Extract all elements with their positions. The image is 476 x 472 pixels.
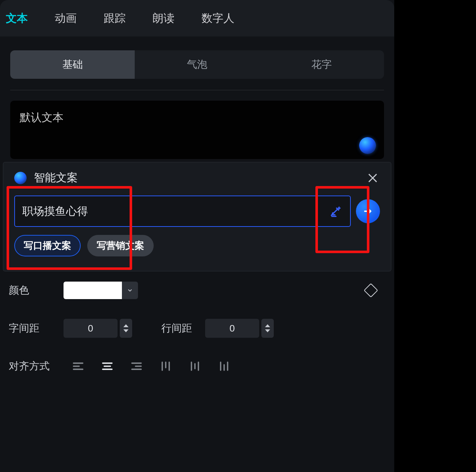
- sub-tab-bar: 基础 气泡 花字: [10, 50, 384, 79]
- top-tab-bar: 文本 动画 跟踪 朗读 数字人: [0, 0, 394, 36]
- line-spacing-label: 行间距: [161, 321, 205, 335]
- submit-button[interactable]: [356, 199, 380, 223]
- ai-orb-icon[interactable]: [359, 137, 376, 154]
- prompt-input-wrap: [14, 196, 351, 227]
- align-v-bottom-icon[interactable]: [210, 357, 239, 375]
- align-center-icon[interactable]: [93, 357, 122, 375]
- prompt-input[interactable]: [22, 205, 325, 217]
- tab-animation[interactable]: 动画: [53, 7, 79, 30]
- tab-track[interactable]: 跟踪: [101, 7, 128, 30]
- line-spacing-value[interactable]: 0: [205, 319, 259, 338]
- letter-spacing-stepper[interactable]: [120, 319, 132, 338]
- letter-spacing-label: 字间距: [9, 321, 64, 335]
- chip-marketing[interactable]: 写营销文案: [87, 235, 154, 256]
- align-label: 对齐方式: [9, 359, 64, 373]
- smart-copy-popup: 智能文案: [3, 162, 391, 271]
- color-swatch[interactable]: [64, 282, 122, 299]
- ai-orb-small-icon: [14, 172, 27, 184]
- close-icon[interactable]: [365, 171, 380, 185]
- subtab-bubble[interactable]: 气泡: [135, 50, 259, 79]
- align-right-icon[interactable]: [122, 357, 151, 375]
- text-content-box[interactable]: 默认文本: [10, 101, 384, 159]
- color-row: 颜色: [9, 282, 385, 299]
- align-row: 对齐方式: [9, 357, 385, 375]
- chip-script[interactable]: 写口播文案: [14, 235, 81, 256]
- color-label: 颜色: [9, 283, 64, 297]
- keyframe-diamond-icon[interactable]: [364, 283, 378, 298]
- divider: [10, 90, 384, 90]
- tab-avatar[interactable]: 数字人: [199, 7, 237, 30]
- popup-title: 智能文案: [34, 170, 78, 185]
- align-v-center-icon[interactable]: [180, 357, 210, 375]
- align-v-top-icon[interactable]: [151, 357, 180, 375]
- color-dropdown[interactable]: [122, 282, 138, 299]
- line-spacing-stepper[interactable]: [261, 319, 274, 338]
- subtab-fancy[interactable]: 花字: [260, 50, 384, 79]
- spacing-row: 字间距 0 行间距 0: [9, 319, 385, 338]
- magic-wand-icon[interactable]: [328, 204, 343, 218]
- text-content: 默认文本: [20, 110, 375, 125]
- letter-spacing-value[interactable]: 0: [64, 319, 118, 338]
- tab-read[interactable]: 朗读: [150, 7, 177, 30]
- align-left-icon[interactable]: [64, 357, 93, 375]
- subtab-basic[interactable]: 基础: [10, 50, 135, 79]
- tab-text[interactable]: 文本: [4, 7, 30, 30]
